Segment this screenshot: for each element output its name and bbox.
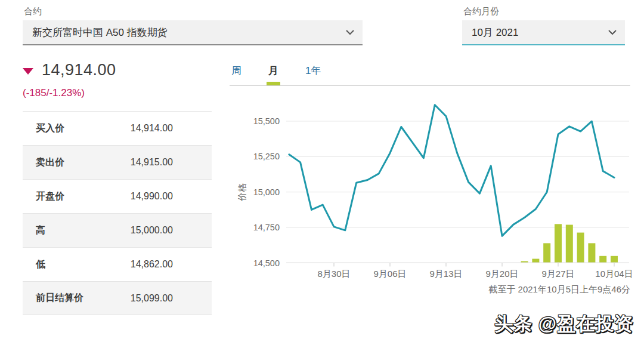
svg-text:9月20日: 9月20日 bbox=[485, 269, 518, 279]
stat-label: 开盘价 bbox=[36, 190, 64, 203]
tab-year[interactable]: 1年 bbox=[305, 64, 321, 78]
month-select[interactable]: 10月 2021 bbox=[462, 20, 625, 45]
watermark: 头条 @盈在投资 bbox=[489, 312, 633, 337]
table-row: 买入价 14,914.00 bbox=[23, 111, 212, 145]
price-volume-chart: 15,50015,25015,00014,75014,500价格8月30日9月0… bbox=[230, 90, 632, 284]
chart-as-of-timestamp: 截至于 2021年10月5日上午9点46分 bbox=[358, 284, 630, 295]
tab-week[interactable]: 周 bbox=[231, 64, 242, 78]
stat-value: 14,862.00 bbox=[131, 259, 173, 270]
table-row: 卖出价 14,915.00 bbox=[23, 145, 212, 179]
svg-text:15,250: 15,250 bbox=[253, 152, 280, 161]
svg-text:9月06日: 9月06日 bbox=[373, 269, 406, 279]
svg-text:9月27日: 9月27日 bbox=[541, 269, 574, 279]
stat-value: 14,914.00 bbox=[131, 123, 173, 134]
stat-label: 高 bbox=[36, 224, 45, 237]
stat-value: 14,915.00 bbox=[131, 157, 173, 168]
month-select-value: 10月 2021 bbox=[472, 26, 518, 39]
quote-stats-table: 买入价 14,914.00 卖出价 14,915.00 开盘价 14,990.0… bbox=[23, 111, 212, 315]
stat-label: 卖出价 bbox=[36, 156, 64, 169]
tab-divider bbox=[230, 85, 630, 86]
last-price: 14,914.00 bbox=[42, 61, 116, 79]
tab-month[interactable]: 月 bbox=[268, 64, 278, 78]
contract-select-label: 合约 bbox=[24, 6, 42, 17]
svg-text:14,500: 14,500 bbox=[253, 258, 280, 268]
stat-label: 买入价 bbox=[36, 122, 64, 135]
contract-select[interactable]: 新交所富时中国 A50 指数期货 bbox=[23, 20, 363, 45]
svg-text:15,500: 15,500 bbox=[253, 116, 280, 126]
last-price-row: 14,914.00 bbox=[23, 61, 116, 79]
table-row: 高 15,000.00 bbox=[23, 213, 212, 247]
svg-text:价格: 价格 bbox=[237, 183, 247, 202]
month-select-label: 合约月份 bbox=[463, 6, 499, 17]
svg-text:9月13日: 9月13日 bbox=[429, 269, 462, 279]
chevron-down-icon bbox=[346, 30, 354, 35]
table-row: 低 14,862.00 bbox=[23, 247, 212, 281]
svg-text:8月30日: 8月30日 bbox=[317, 269, 350, 279]
stat-label: 低 bbox=[36, 258, 45, 271]
stat-value: 15,000.00 bbox=[131, 225, 173, 236]
quote-page: 合约 新交所富时中国 A50 指数期货 合约月份 10月 2021 14,914… bbox=[0, 0, 644, 342]
contract-select-value: 新交所富时中国 A50 指数期货 bbox=[32, 26, 168, 39]
table-row: 前日结算价 15,099.00 bbox=[23, 281, 212, 315]
svg-text:15,000: 15,000 bbox=[253, 187, 280, 197]
price-change: (-185/-1.23%) bbox=[23, 87, 85, 99]
stat-label: 前日结算价 bbox=[36, 292, 83, 304]
svg-text:10月04日: 10月04日 bbox=[595, 269, 632, 279]
table-row: 开盘价 14,990.00 bbox=[23, 179, 212, 213]
price-down-arrow-icon bbox=[23, 68, 33, 75]
stat-value: 15,099.00 bbox=[131, 293, 173, 304]
chevron-down-icon bbox=[608, 30, 617, 35]
chart-range-tabs: 周 月 1年 bbox=[231, 64, 321, 78]
stat-value: 14,990.00 bbox=[131, 191, 173, 202]
svg-text:14,750: 14,750 bbox=[253, 223, 280, 232]
